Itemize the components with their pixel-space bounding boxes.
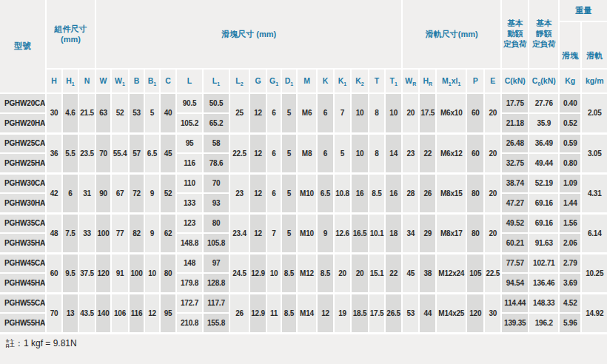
cell-M: M6	[297, 93, 317, 133]
cell-B1: 9	[144, 173, 160, 213]
cell-G1: 11	[266, 293, 281, 333]
cell-B: 57	[129, 133, 144, 173]
model-PGHW35CA: PGHW35CA	[0, 213, 46, 233]
cell-K2: 16.5	[351, 213, 369, 253]
cell-C: 62	[160, 213, 176, 253]
cell-E: 22.5	[484, 253, 501, 293]
cell-P: 120	[466, 293, 484, 333]
column-header-WR: WR	[402, 69, 419, 93]
column-header-W1: W1	[111, 69, 129, 93]
group-header-weight: 重量	[559, 0, 607, 21]
cell-C0kN: 27.76	[529, 93, 559, 113]
cell-T1: 18	[385, 213, 402, 253]
cell-Kg: 0.40	[559, 93, 581, 113]
cell-K2: 18.5	[351, 293, 369, 333]
cell-T1: 26.5	[385, 293, 402, 333]
cell-K: 6	[317, 133, 334, 173]
cell-K: 6	[317, 93, 334, 133]
column-header-B1: B1	[144, 69, 160, 93]
cell-HR: 22	[419, 133, 436, 173]
cell-B1: 12	[144, 293, 160, 333]
cell-C0kN: 35.9	[529, 113, 559, 133]
cell-CkN: 38.74	[501, 173, 529, 193]
cell-Kg: 0.52	[559, 113, 581, 133]
cell-CkN: 114.44	[501, 293, 529, 313]
cell-HR: 44	[419, 293, 436, 333]
cell-C: 52	[160, 173, 176, 213]
cell-W: 140	[95, 293, 111, 333]
cell-E: 30	[484, 293, 501, 333]
cell-M: M10	[297, 213, 317, 253]
model-PGHW30CA: PGHW30CA	[0, 173, 46, 193]
cell-D1: 5	[281, 173, 297, 213]
cell-K: 6.5	[317, 173, 334, 213]
column-header-HR: HR	[419, 69, 436, 93]
cell-C0kN: 52.19	[529, 173, 559, 193]
cell-G: 12.9	[249, 293, 266, 333]
cell-HR: 17.5	[419, 93, 436, 133]
cell-Kg: 0.59	[559, 133, 581, 153]
cell-CkN: 21.18	[501, 113, 529, 133]
cell-W: 70	[95, 133, 111, 173]
cell-P: 105	[466, 253, 484, 293]
cell-K1: 5	[334, 133, 351, 173]
column-header-CkN: C(kN)	[501, 69, 529, 93]
column-header-C0kN: C0(kN)	[529, 69, 559, 93]
column-header-E: E	[484, 69, 501, 93]
cell-B: 72	[129, 173, 144, 213]
cell-B1: 6.5	[144, 133, 160, 173]
cell-G: 12	[249, 173, 266, 213]
cell-G: 12	[249, 213, 266, 253]
cell-N: 37.5	[78, 253, 95, 293]
cell-kgm: 2.05	[581, 93, 607, 133]
cell-K1: 10.8	[334, 173, 351, 213]
cell-L1: 128.8	[203, 273, 229, 293]
cell-CkN: 77.57	[501, 253, 529, 273]
cell-G: 12.9	[249, 253, 266, 293]
cell-Kg: 4.52	[559, 293, 581, 313]
cell-P: 60	[466, 93, 484, 133]
column-header-D1: D1	[281, 69, 297, 93]
cell-L: 179.8	[176, 273, 203, 293]
cell-L2: 25	[229, 93, 249, 133]
cell-CkN: 17.75	[501, 93, 529, 113]
cell-H: 42	[46, 173, 62, 213]
cell-D1: 5	[281, 213, 297, 253]
cell-B: 100	[129, 253, 144, 293]
cell-H1: 13	[62, 293, 78, 333]
model-PGHW45HA: PGHW45HA	[0, 273, 46, 293]
column-header-T1: T1	[385, 69, 402, 93]
cell-C0kN: 91.63	[529, 233, 559, 253]
cell-W1: 106	[111, 293, 129, 333]
cell-W1: 77	[111, 213, 129, 253]
cell-H1: 9.5	[62, 253, 78, 293]
model-PGHW20HA: PGHW20HA	[0, 113, 46, 133]
cell-C0kN: 196.2	[529, 313, 559, 333]
column-header-K1: K1	[334, 69, 351, 93]
column-header-W: W	[95, 69, 111, 93]
column-header-L1: L1	[203, 69, 229, 93]
cell-CkN: 60.21	[501, 233, 529, 253]
cell-WR: 20	[402, 93, 419, 133]
cell-kgm: 4.31	[581, 173, 607, 213]
cell-K2: 10	[351, 133, 369, 173]
cell-M1xl1: M8x15	[436, 173, 466, 213]
cell-M: M8	[297, 133, 317, 173]
cell-WR: 28	[402, 173, 419, 213]
cell-L1: 117.7	[203, 293, 229, 313]
cell-K1: 12.6	[334, 213, 351, 253]
cell-H: 70	[46, 293, 62, 333]
column-header-N: N	[78, 69, 95, 93]
cell-L: 110	[176, 173, 203, 193]
cell-B1: 9	[144, 213, 160, 253]
cell-N: 43.5	[78, 293, 95, 333]
cell-T: 8	[369, 133, 385, 173]
cell-CkN: 47.27	[501, 193, 529, 213]
cell-H: 30	[46, 93, 62, 133]
cell-D1: 8.5	[281, 253, 297, 293]
cell-L1: 78.6	[203, 153, 229, 173]
cell-L: 105.2	[176, 113, 203, 133]
cell-P: 80	[466, 173, 484, 213]
cell-G1: 6	[266, 133, 281, 173]
cell-T1: 22	[385, 253, 402, 293]
